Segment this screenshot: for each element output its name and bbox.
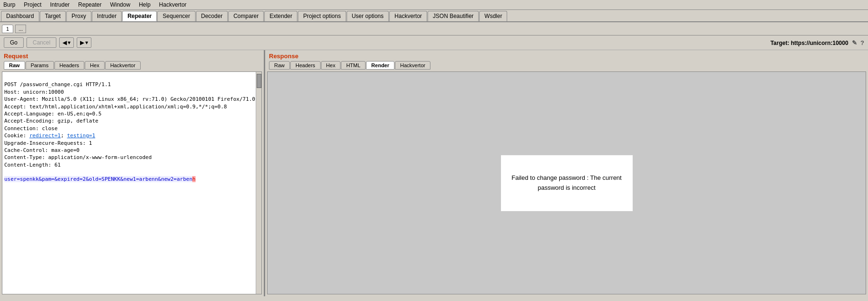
main-tab-target[interactable]: Target <box>40 11 66 21</box>
main-tab-comparer[interactable]: Comparer <box>228 11 264 21</box>
response-card: Failed to change password : The current … <box>501 155 633 212</box>
main-tab-user-options[interactable]: User options <box>347 11 389 21</box>
forward-arrow: ▶ <box>80 39 84 46</box>
response-tabs: Raw Headers Hex HTML Render Hackvertor <box>265 61 868 71</box>
content-area: Request Raw Params Headers Hex Hackverto… <box>0 50 868 296</box>
menu-intruder[interactable]: Intruder <box>49 1 71 9</box>
toolbar: Go Cancel ◀ ▾ ▶ ▾ Target: https://unicor… <box>0 35 868 50</box>
main-tab-intruder[interactable]: Intruder <box>92 11 122 21</box>
request-tab-raw[interactable]: Raw <box>4 61 25 70</box>
cookie-redirect-link[interactable]: redirect=1 <box>29 133 61 139</box>
request-panel: Request Raw Params Headers Hex Hackverto… <box>0 50 265 296</box>
request-headers-text: POST /password_change.cgi HTTP/1.1 Host:… <box>4 81 255 168</box>
main-tab-dashboard[interactable]: Dashboard <box>1 11 39 21</box>
menu-help[interactable]: Help <box>137 1 152 9</box>
request-body: POST /password_change.cgi HTTP/1.1 Host:… <box>2 71 262 294</box>
cancel-button[interactable]: Cancel <box>27 37 56 48</box>
menu-project[interactable]: Project <box>22 1 43 9</box>
response-tab-raw[interactable]: Raw <box>269 61 290 70</box>
response-tab-headers[interactable]: Headers <box>290 61 321 70</box>
menu-bar: Burp Project Intruder Repeater Window He… <box>0 0 868 10</box>
help-icon[interactable]: ? <box>860 39 864 46</box>
main-tab-extender[interactable]: Extender <box>264 11 297 21</box>
response-panel: Response Raw Headers Hex HTML Render Hac… <box>265 50 868 296</box>
target-label: Target: https://unicorn:10000 ✎ ? <box>770 39 864 46</box>
back-dropdown: ▾ <box>68 39 71 46</box>
request-body-line: user=spenkk&pam=&expired=2&old=SPENKK&ne… <box>4 176 196 182</box>
cookie-testing-link[interactable]: testing=1 <box>67 133 95 139</box>
back-arrow: ◀ <box>63 39 67 46</box>
request-scrollbar-thumb <box>257 74 261 88</box>
back-button[interactable]: ◀ ▾ <box>59 37 74 48</box>
response-tab-html[interactable]: HTML <box>341 61 366 70</box>
target-url: https://unicorn:10000 <box>791 40 848 46</box>
main-tab-wsdler[interactable]: Wsdler <box>479 11 507 21</box>
edit-target-icon[interactable]: ✎ <box>852 39 857 46</box>
request-tab-hackvertor[interactable]: Hackvertor <box>105 61 141 70</box>
main-tab-proxy[interactable]: Proxy <box>66 11 91 21</box>
sub-tab-dots[interactable]: ... <box>15 25 26 33</box>
sub-tab-1[interactable]: 1 <box>2 25 13 33</box>
main-tab-json-beautifier[interactable]: JSON Beautifier <box>428 11 479 21</box>
main-tab-repeater[interactable]: Repeater <box>122 11 157 21</box>
request-tab-hex[interactable]: Hex <box>85 61 105 70</box>
forward-button[interactable]: ▶ ▾ <box>77 37 91 48</box>
main-tab-hackvertor[interactable]: Hackvertor <box>389 11 427 21</box>
request-scrollbar[interactable] <box>256 72 261 294</box>
response-tab-hex[interactable]: Hex <box>321 61 341 70</box>
go-button[interactable]: Go <box>4 37 24 48</box>
request-text[interactable]: POST /password_change.cgi HTTP/1.1 Host:… <box>2 72 256 294</box>
response-body: Failed to change password : The current … <box>267 71 866 294</box>
response-card-text: Failed to change password : The current … <box>510 173 623 193</box>
menu-repeater[interactable]: Repeater <box>77 1 103 9</box>
menu-burp[interactable]: Burp <box>2 1 17 9</box>
response-tab-hackvertor[interactable]: Hackvertor <box>395 61 430 70</box>
response-title: Response <box>265 50 868 61</box>
request-tab-params[interactable]: Params <box>26 61 54 70</box>
target-prefix: Target: <box>770 40 791 46</box>
menu-hackvertor[interactable]: Hackvertor <box>158 1 188 9</box>
response-tab-render[interactable]: Render <box>366 61 394 70</box>
sub-tab-bar: 1 ... <box>0 22 868 35</box>
main-tab-decoder[interactable]: Decoder <box>196 11 228 21</box>
main-tab-sequencer[interactable]: Sequencer <box>157 11 195 21</box>
main-tab-project-options[interactable]: Project options <box>298 11 346 21</box>
main-tab-bar: DashboardTargetProxyIntruderRepeaterSequ… <box>0 10 868 22</box>
request-title: Request <box>0 50 264 61</box>
request-tabs: Raw Params Headers Hex Hackvertor <box>0 61 264 71</box>
request-tab-headers[interactable]: Headers <box>54 61 85 70</box>
forward-dropdown: ▾ <box>85 39 88 46</box>
menu-window[interactable]: Window <box>108 1 132 9</box>
